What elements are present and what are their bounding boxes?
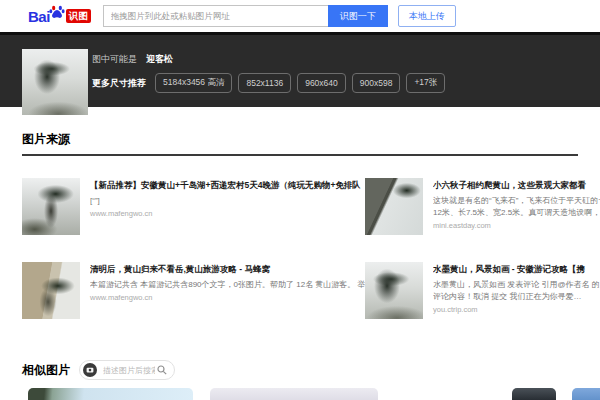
sources-divider: [22, 154, 578, 156]
result-title[interactable]: 清明后，黄山归来不看岳,黄山旅游攻略 - 马蜂窝: [90, 264, 365, 275]
source-result: 【新品推荐】安徽黄山+千岛湖+西递宏村5天4晚游（纯玩无购物+免排队 [“”] …: [22, 178, 365, 235]
result-url: you.ctrip.com: [433, 304, 600, 316]
source-result: 清明后，黄山归来不看岳,黄山旅游攻略 - 马蜂窝 本篇游记共含 本篇游记共含89…: [22, 262, 365, 319]
baidu-paw-icon: [49, 4, 65, 24]
logo-bai-text: Bai: [28, 8, 50, 25]
result-thumbnail[interactable]: [365, 178, 423, 235]
size-option-button[interactable]: 900x598: [352, 73, 401, 93]
recognition-banner: 图中可能是迎客松 更多尺寸推荐 5184x3456 高清 852x1136 96…: [0, 32, 600, 107]
guess-keyword-link[interactable]: 迎客松: [146, 54, 173, 64]
size-option-button[interactable]: 960x640: [297, 73, 346, 93]
result-snippet: 评论内容！取消 提交 我们正在为你寻爱…: [433, 291, 600, 303]
similar-search-box[interactable]: [79, 360, 175, 380]
similar-thumbnails-row: [0, 388, 600, 400]
result-thumbnail[interactable]: [365, 262, 423, 319]
similar-thumb[interactable]: [28, 388, 193, 400]
size-option-button[interactable]: 852x1136: [238, 73, 291, 93]
source-results-grid: 【新品推荐】安徽黄山+千岛湖+西递宏村5天4晚游（纯玩无购物+免排队 [“”] …: [22, 178, 600, 319]
similar-thumb[interactable]: [210, 388, 378, 400]
result-title[interactable]: 水墨黄山，风景如画 - 安徽游记攻略【携: [433, 264, 600, 275]
result-snippet: [“”]: [90, 195, 365, 207]
search-submit-button[interactable]: 识图一下: [328, 5, 388, 27]
guess-row: 图中可能是迎客松: [92, 53, 173, 66]
image-url-input[interactable]: [103, 5, 328, 27]
result-url: mini.eastday.com: [433, 220, 600, 232]
sizes-row: 更多尺寸推荐 5184x3456 高清 852x1136 960x640 900…: [92, 73, 451, 93]
logo-shitu-badge: 识图: [66, 9, 91, 23]
search-icon[interactable]: [157, 365, 167, 375]
result-body: 【新品推荐】安徽黄山+千岛湖+西递宏村5天4晚游（纯玩无购物+免排队 [“”] …: [90, 178, 365, 235]
result-title[interactable]: 【新品推荐】安徽黄山+千岛湖+西递宏村5天4晚游（纯玩无购物+免排队: [90, 180, 365, 191]
similar-section-header: 相似图片: [22, 360, 175, 380]
result-thumbnail[interactable]: [22, 178, 80, 235]
result-snippet: 本篇游记共含 本篇游记共含890个文字，0张图片。帮助了 12名 黄山游客。 举…: [90, 279, 365, 291]
camera-icon[interactable]: [83, 363, 97, 377]
similar-search-input[interactable]: [101, 365, 157, 376]
local-upload-button[interactable]: 本地上传: [398, 5, 456, 27]
top-header: Bai 识图 识图一下 本地上传: [0, 0, 600, 32]
more-sizes-label: 更多尺寸推荐: [92, 77, 146, 90]
size-option-button[interactable]: 5184x3456 高清: [155, 73, 232, 93]
guess-label: 图中可能是: [92, 54, 137, 64]
result-url: www.mafengwo.cn: [90, 292, 365, 304]
baidu-shitu-logo[interactable]: Bai 识图: [28, 4, 91, 28]
result-title[interactable]: 小六秋子相约爬黄山，这些景观大家都看: [433, 180, 600, 191]
result-thumbnail[interactable]: [22, 262, 80, 319]
source-result: 水墨黄山，风景如画 - 安徽游记攻略【携 水墨黄山，风景如画 发表评论 引用@作…: [365, 262, 600, 319]
sources-section-title: 图片来源: [22, 131, 70, 148]
size-option-button[interactable]: +17张: [406, 73, 445, 93]
result-body: 水墨黄山，风景如画 - 安徽游记攻略【携 水墨黄山，风景如画 发表评论 引用@作…: [433, 262, 600, 319]
source-result: 小六秋子相约爬黄山，这些景观大家都看 这块就是有名的“飞来石”，飞来石位于平天矼…: [365, 178, 600, 235]
similar-section-title: 相似图片: [22, 362, 70, 379]
result-snippet: 这块就是有名的“飞来石”，飞来石位于平天矼的一: [433, 195, 600, 207]
query-image-thumbnail[interactable]: [22, 49, 88, 115]
similar-thumb[interactable]: [572, 388, 600, 400]
result-url: www.mafengwo.cn: [90, 208, 365, 220]
similar-thumb[interactable]: [512, 388, 556, 400]
result-snippet: 水墨黄山，风景如画 发表评论 引用@作者名 的原: [433, 279, 600, 291]
result-body: 小六秋子相约爬黄山，这些景观大家都看 这块就是有名的“飞来石”，飞来石位于平天矼…: [433, 178, 600, 235]
result-body: 清明后，黄山归来不看岳,黄山旅游攻略 - 马蜂窝 本篇游记共含 本篇游记共含89…: [90, 262, 365, 319]
result-snippet: 12米、长7.5米、宽2.5米。真可谓天造地设啊，…: [433, 207, 600, 219]
